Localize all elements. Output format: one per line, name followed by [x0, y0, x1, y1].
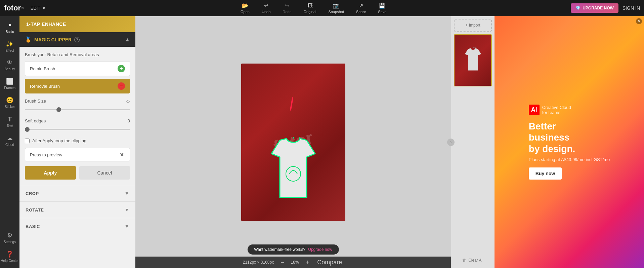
right-panel-collapse[interactable]: ›: [447, 139, 455, 146]
image-thumbnail: [454, 34, 492, 86]
brush-size-track: [25, 109, 130, 110]
brush-instruction: Brush your Retain and Removal areas: [25, 52, 130, 57]
help-circle-icon[interactable]: ?: [74, 37, 80, 42]
status-bar: 2112px × 3168px − 18% + Compare: [135, 257, 451, 268]
ad-buy-button[interactable]: Buy now: [529, 167, 562, 180]
rotate-accordion: ROTATE ▼: [19, 201, 135, 218]
open-icon: 📂: [242, 2, 249, 9]
topbar-right: UPGRADE NOW SIGN IN: [571, 3, 640, 13]
thumbnail-container: [454, 34, 492, 86]
tool-snapshot[interactable]: 📷 Snapshot: [322, 0, 350, 16]
brush-size-slider[interactable]: [25, 106, 130, 113]
main-image: fotor: [241, 64, 345, 221]
logo: fotor®: [4, 4, 24, 12]
removal-brush-icon: −: [118, 82, 125, 90]
brush-size-row: Brush Size ◇: [25, 98, 130, 104]
crop-chevron-icon: ▼: [125, 191, 129, 196]
compare-button[interactable]: Compare: [316, 259, 343, 266]
retain-brush-icon: +: [118, 65, 125, 72]
zoom-level: 18%: [291, 260, 299, 265]
import-button[interactable]: + Import: [454, 19, 492, 32]
removal-brush-option[interactable]: Removal Brush −: [25, 79, 130, 93]
rotate-chevron-icon: ▼: [125, 207, 129, 213]
soft-edges-track: [25, 129, 130, 130]
sidebar-item-sticker[interactable]: 😊 Sticker: [0, 94, 19, 111]
tool-save[interactable]: 💾 Save: [372, 0, 392, 16]
eye-icon: 👁: [120, 152, 125, 158]
upgrade-button[interactable]: UPGRADE NOW: [571, 3, 618, 13]
sidebar-item-effect[interactable]: ✨ Effect: [0, 38, 19, 55]
zoom-out-button[interactable]: −: [279, 259, 286, 266]
eraser-icon[interactable]: ◇: [126, 98, 130, 104]
upgrade-link[interactable]: Upgrade now: [308, 247, 332, 252]
crown-icon: 🏅: [25, 36, 32, 43]
crop-accordion-header[interactable]: CROP ▼: [19, 185, 135, 201]
cancel-button[interactable]: Cancel: [79, 166, 130, 180]
soft-edges-slider[interactable]: [25, 126, 130, 133]
settings-icon: ⚙: [7, 232, 12, 239]
ad-close-button[interactable]: ✕: [636, 18, 642, 24]
right-panel: › + Import 🗑 Clear All: [451, 16, 495, 268]
original-icon: 🖼: [307, 3, 313, 9]
help-icon: ❓: [6, 251, 13, 258]
sidebar-item-beauty[interactable]: 👁 Beauty: [0, 56, 19, 74]
adobe-logo-area: Ai Creative Cloudfor teams: [529, 105, 571, 115]
clear-all-button[interactable]: 🗑 Clear All: [462, 255, 483, 265]
text-icon: T: [8, 115, 12, 123]
adobe-icon: Ai: [529, 105, 540, 115]
cloud-icon: ☁: [7, 135, 13, 142]
brush-size-thumb[interactable]: [56, 107, 61, 112]
magic-clipper-body: Brush your Retain and Removal areas Reta…: [19, 47, 135, 185]
action-buttons: Apply Cancel: [25, 166, 130, 180]
basic-accordion-header[interactable]: BASIC ▼: [19, 218, 135, 234]
save-icon: 💾: [379, 2, 386, 9]
sticker-icon: 😊: [6, 97, 13, 104]
magic-clipper-title-area: 🏅 MAGIC CLIPPER ?: [25, 36, 80, 43]
ad-panel: ✕ Ai Creative Cloudfor teams Betterbusin…: [495, 16, 644, 268]
rotate-accordion-header[interactable]: ROTATE ▼: [19, 202, 135, 218]
apply-button[interactable]: Apply: [25, 166, 76, 180]
sidebar-item-help[interactable]: ❓ Help Center: [0, 248, 19, 265]
snapshot-icon: 📷: [333, 2, 340, 9]
tshirt-area: [266, 137, 320, 201]
red-brush-stroke: [290, 97, 294, 110]
tool-redo[interactable]: ↪ Redo: [276, 0, 297, 16]
ad-content: Ai Creative Cloudfor teams Betterbusines…: [522, 98, 616, 187]
topbar: fotor® EDIT ▼ 📂 Open ↩ Undo ↪ Redo 🖼 Ori…: [0, 0, 644, 16]
upgrade-bar: Want watermark-free works? Upgrade now: [247, 244, 339, 255]
signin-button[interactable]: SIGN IN: [622, 5, 640, 11]
retain-brush-option[interactable]: Retain Brush +: [25, 61, 130, 76]
soft-edges-section: Soft edges 0: [25, 118, 130, 133]
image-dimensions: 2112px × 3168px: [243, 260, 274, 265]
crop-checkbox[interactable]: [25, 139, 30, 143]
magic-clipper-collapse[interactable]: ▲: [125, 37, 130, 43]
image-container: fotor: [241, 64, 345, 221]
crop-accordion: CROP ▼: [19, 185, 135, 201]
canvas-area[interactable]: fotor Want wa: [135, 16, 451, 268]
tool-undo[interactable]: ↩ Undo: [256, 0, 276, 16]
frames-icon: ⬜: [6, 78, 13, 85]
topbar-tools: 📂 Open ↩ Undo ↪ Redo 🖼 Original 📷 Snapsh…: [56, 0, 571, 16]
tool-original[interactable]: 🖼 Original: [298, 1, 323, 16]
tshirt-svg: [266, 137, 320, 201]
ad-title: Betterbusinessby design.: [529, 121, 575, 155]
zoom-in-button[interactable]: +: [304, 259, 311, 266]
tool-open[interactable]: 📂 Open: [234, 0, 256, 16]
magic-clipper-header[interactable]: 🏅 MAGIC CLIPPER ? ▲: [19, 32, 135, 47]
basic-accordion: BASIC ▼: [19, 218, 135, 234]
sidebar-item-settings[interactable]: ⚙ Settings: [0, 229, 19, 246]
ad-product-name: Creative Cloudfor teams: [542, 105, 571, 115]
sidebar-item-frames[interactable]: ⬜ Frames: [0, 75, 19, 92]
preview-button[interactable]: Press to preview 👁: [25, 148, 130, 161]
soft-edges-thumb[interactable]: [25, 127, 30, 132]
crop-checkbox-label: After Apply crop the clipping: [32, 138, 86, 143]
edit-menu[interactable]: EDIT ▼: [31, 6, 46, 11]
trash-icon: 🗑: [462, 258, 466, 263]
tool-share[interactable]: ↗ Share: [350, 0, 372, 16]
basic-chevron-icon: ▼: [125, 224, 129, 229]
sidebar-item-text[interactable]: T Text: [0, 113, 19, 130]
one-tap-enhance-button[interactable]: 1-TAP ENHANCE: [19, 16, 135, 32]
sidebar-item-cloud[interactable]: ☁ Cloud: [0, 132, 19, 149]
brush-size-section: Brush Size ◇: [25, 98, 130, 113]
sidebar-item-basic[interactable]: ✦ Basic: [0, 19, 19, 36]
